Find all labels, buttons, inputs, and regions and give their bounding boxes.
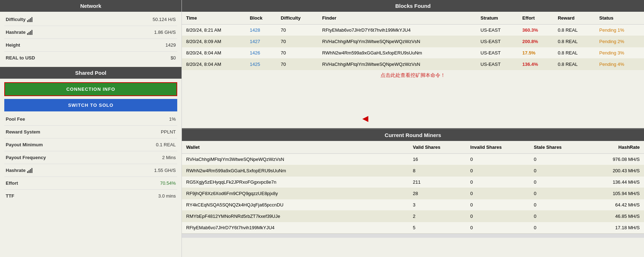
cell-finder: RFtyEMab6vo7JHrD7Y6t7hvih199MkYJU4 (318, 25, 476, 36)
col-invalid-shares: Invalid Shares (466, 141, 530, 154)
col-difficulty: Difficulty (276, 12, 318, 25)
hashrate-label: Hashrate (6, 30, 32, 35)
cell-hashrate: 64.42 MH/S (587, 199, 644, 210)
cell-invalid-shares: 0 (466, 153, 530, 165)
table-row: RWhN2w4Rm599a9xGGaHLSxfopERU9sUuNm 8 0 0… (182, 165, 644, 176)
cell-invalid-shares: 0 (466, 222, 530, 233)
connection-info-button[interactable]: CONNECTION INFO (4, 82, 177, 96)
shared-pool-section: Shared Pool CONNECTION INFO SWITCH TO SO… (0, 67, 182, 204)
table-row: RVHaChhgiMFtqiYm3WtweSQNpeWQzWzVsN 16 0 … (182, 153, 644, 165)
cell-time: 8/20/24, 8:09 AM (182, 36, 246, 47)
cell-finder: RVHaChhgiMFtqiYm3WtweSQNpeWQzWzVsN (318, 36, 476, 47)
cell-wallet: RG5Xgjy5zEHyqqLFk2JPRxoFGgxvpc8e7n (182, 176, 409, 188)
cell-invalid-shares: 0 (466, 165, 530, 176)
horizontal-scrollbar[interactable] (182, 234, 644, 238)
cell-valid-shares: 3 (409, 199, 466, 210)
cell-difficulty: 70 (276, 25, 318, 36)
cell-effort: 360.3% (518, 25, 553, 36)
cell-hashrate: 136.44 MH/S (587, 176, 644, 188)
cell-stale-shares: 0 (530, 153, 587, 165)
cell-reward: 0.8 REAL (553, 25, 595, 36)
current-round-header: Current Round Miners (182, 129, 644, 141)
cell-stale-shares: 0 (530, 165, 587, 176)
col-wallet: Wallet (182, 141, 409, 154)
difficulty-bar-icon (27, 17, 32, 22)
pool-hashrate-value: 1.55 GH/S (154, 168, 176, 173)
cell-stale-shares: 0 (530, 199, 587, 210)
blocks-found-table: Time Block Difficulty Finder Stratum Eff… (182, 12, 644, 70)
cell-stratum: US-EAST (476, 25, 518, 36)
shared-pool-info-table: Pool Fee 1% Reward System PPLNT Payout M… (0, 111, 182, 204)
effort-row: Effort 70.54% (4, 177, 177, 190)
col-finder: Finder (318, 12, 476, 25)
left-panel: Network Difficulty 50.124 H/S Hashrate (0, 0, 182, 257)
cell-reward: 0.8 REAL (553, 47, 595, 59)
current-round-section: Current Round Miners Wallet Valid Shares… (182, 128, 644, 257)
col-effort: Effort (518, 12, 553, 25)
real-to-usd-label: REAL to USD (6, 55, 35, 61)
cell-time: 8/20/24, 8:04 AM (182, 47, 246, 59)
cell-difficulty: 70 (276, 36, 318, 47)
cell-difficulty: 70 (276, 47, 318, 59)
payout-minimum-value: 0.1 REAL (156, 142, 176, 147)
difficulty-label: Difficulty (6, 17, 32, 22)
blocks-found-section: Blocks Found Time Block Difficulty Finde… (182, 0, 644, 128)
cell-hashrate: 17.18 MH/S (587, 222, 644, 233)
cell-block[interactable]: 1428 (246, 25, 277, 36)
payout-frequency-label: Payout Frequency (6, 155, 46, 160)
cell-hashrate: 105.94 MH/S (587, 188, 644, 199)
col-stratum: Stratum (476, 12, 518, 25)
cell-effort: 17.5% (518, 47, 553, 59)
network-header: Network (0, 0, 182, 12)
col-block: Block (246, 12, 277, 25)
cell-stale-shares: 0 (530, 188, 587, 199)
payout-minimum-row: Payout Minimum 0.1 REAL (4, 138, 177, 151)
cell-reward: 0.8 REAL (553, 36, 595, 47)
col-stale-shares: Stale Shares (530, 141, 587, 154)
real-to-usd-value: $0 (171, 55, 176, 61)
height-row: Height 1429 (4, 39, 177, 52)
cell-status: Pending 4% (595, 59, 644, 70)
cell-finder: RWhN2w4Rm599a9xGGaHLSxfopERU9sUuNm (318, 47, 476, 59)
cell-status: Pending 2% (595, 36, 644, 47)
cell-time: 8/20/24, 8:04 AM (182, 59, 246, 70)
payout-minimum-label: Payout Minimum (6, 142, 43, 147)
current-round-table: Wallet Valid Shares Invalid Shares Stale… (182, 141, 644, 234)
shared-pool-header: Shared Pool (0, 67, 182, 79)
switch-to-solo-button[interactable]: SWITCH TO SOLO (4, 99, 177, 111)
table-row: RFtyEMab6vo7JHrD7Y6t7hvih199MkYJU4 5 0 0… (182, 222, 644, 233)
cell-wallet: RWhN2w4Rm599a9xGGaHLSxfopERU9sUuNm (182, 165, 409, 176)
right-panel: Blocks Found Time Block Difficulty Finde… (182, 0, 644, 257)
cell-wallet: RY4kCEqNSQA5SQNQZk4HQJqFja65pccnDU (182, 199, 409, 210)
payout-frequency-value: 2 Mins (162, 155, 176, 160)
col-valid-shares: Valid Shares (409, 141, 466, 154)
cell-valid-shares: 2 (409, 210, 466, 222)
cell-valid-shares: 16 (409, 153, 466, 165)
difficulty-row: Difficulty 50.124 H/S (4, 13, 177, 26)
cell-status: Pending 3% (595, 47, 644, 59)
hashrate-value: 1.86 GH/S (154, 30, 176, 35)
cell-stale-shares: 0 (530, 210, 587, 222)
table-row: 8/20/24, 8:04 AM 1426 70 RWhN2w4Rm599a9x… (182, 47, 644, 59)
cell-block[interactable]: 1426 (246, 47, 277, 59)
hashrate-row: Hashrate 1.86 GH/S (4, 26, 177, 39)
col-time: Time (182, 12, 246, 25)
cell-stale-shares: 0 (530, 176, 587, 188)
ttf-row: TTF 3.0 mins (4, 190, 177, 202)
effort-value: 70.54% (160, 180, 176, 186)
cell-hashrate: 46.85 MH/S (587, 210, 644, 222)
cell-block[interactable]: 1427 (246, 36, 277, 47)
chinese-mining-link[interactable]: 点击此处查看挖矿脚本命令！ (182, 70, 644, 81)
ttf-label: TTF (6, 193, 14, 199)
cell-finder: RVHaChhgiMFtqiYm3WtweSQNpeWQzWzVsN (318, 59, 476, 70)
cell-valid-shares: 8 (409, 165, 466, 176)
table-row: 8/20/24, 8:04 AM 1425 70 RVHaChhgiMFtqiY… (182, 59, 644, 70)
effort-label: Effort (6, 180, 18, 186)
cell-block[interactable]: 1425 (246, 59, 277, 70)
network-info-table: Difficulty 50.124 H/S Hashrate (0, 12, 182, 65)
table-row: 8/20/24, 8:21 AM 1428 70 RFtyEMab6vo7JHr… (182, 25, 644, 36)
height-value: 1429 (165, 42, 176, 48)
cell-valid-shares: 211 (409, 176, 466, 188)
table-row: RY4kCEqNSQA5SQNQZk4HQJqFja65pccnDU 3 0 0… (182, 199, 644, 210)
hashrate-bar-icon (27, 30, 32, 35)
